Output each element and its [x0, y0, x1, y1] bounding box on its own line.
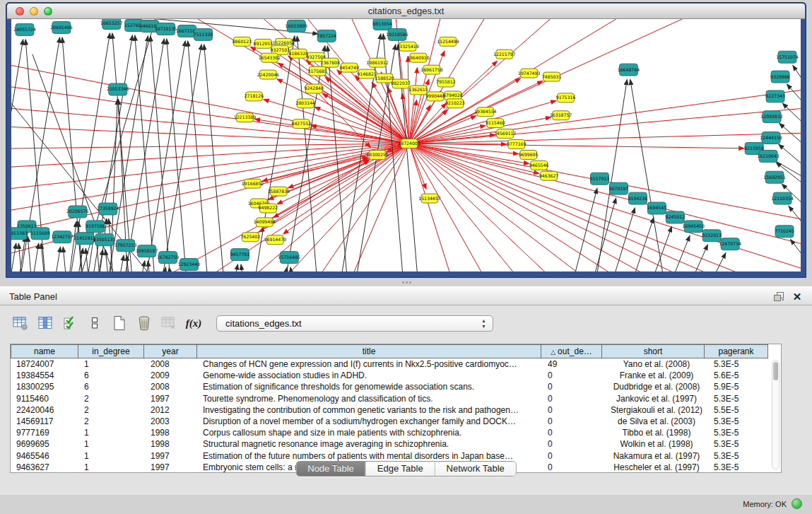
column-header-pagerank[interactable]: pagerank	[704, 344, 768, 358]
graph-edge	[90, 250, 103, 271]
graph-edge	[64, 221, 76, 271]
graph-node-label: 12110354	[771, 196, 793, 201]
graph-node-label: 8427552	[292, 121, 312, 126]
table-row[interactable]: 2242004622012Investigating the contribut…	[11, 404, 781, 416]
graph-node-label: 12213389	[234, 115, 256, 119]
graph-edge	[28, 236, 35, 271]
graph-node-label: 9227343	[765, 93, 785, 98]
graph-node-label: 9777169	[507, 141, 526, 146]
graph-edge	[151, 36, 175, 271]
graph-node-label: 9242848	[304, 86, 324, 90]
table-row[interactable]: 977716911998Corpus callosum shape and si…	[11, 427, 781, 438]
graph-edge	[277, 144, 409, 204]
graph-node-label: 12923448	[178, 262, 200, 267]
graph-node-label: 9245012	[666, 214, 686, 219]
graph-node-label: 19747493	[518, 71, 540, 76]
graph-node-label: 12093832	[760, 114, 782, 119]
graph-node-label: 9990448	[425, 93, 445, 98]
graph-node-label: 8186328	[289, 51, 309, 56]
table-row[interactable]: 1938455462009Genome-wide association stu…	[11, 370, 781, 381]
network-canvas[interactable]: 1872400718300295886012389129551522605893…	[11, 19, 801, 271]
graph-node-label: 8912955	[254, 41, 273, 46]
graph-node-label: 6794028	[443, 93, 463, 98]
graph-node-label: 16945450	[683, 223, 705, 228]
show-columns-icon[interactable]	[35, 313, 56, 333]
graph-edge	[409, 19, 759, 144]
graph-edge	[11, 144, 409, 195]
attribute-table: namein_degreeyeartitle△out_de…shortpager…	[10, 344, 782, 473]
table-settings-icon[interactable]	[10, 313, 31, 333]
graph-node-label: 7857224	[317, 33, 336, 38]
graph-edge	[409, 144, 744, 148]
table-toolbar: f(x) citations_edges.txt ▲▼	[10, 313, 493, 334]
graph-edge	[11, 243, 16, 271]
column-header-short[interactable]: short	[601, 344, 705, 358]
network-window-titlebar[interactable]: citations_edges.txt	[7, 4, 805, 19]
graph-edge	[112, 33, 136, 271]
graph-edge	[787, 84, 801, 108]
graph-node-label: 9457791	[230, 252, 250, 257]
panel-resize-grip[interactable]	[401, 280, 412, 284]
graph-node-label: 7625402	[241, 234, 261, 239]
tab-edge-table[interactable]: Edge Table	[365, 462, 435, 476]
graph-node-label: 20206576	[66, 209, 88, 214]
close-panel-icon[interactable]: ✕	[791, 291, 804, 303]
float-panel-icon[interactable]	[772, 291, 785, 303]
graph-node-label: 9465546	[529, 163, 549, 168]
table-vertical-scrollbar[interactable]	[772, 360, 779, 469]
graph-node-label: 19861912	[366, 60, 388, 65]
table-panel-body: f(x) citations_edges.txt ▲▼ namein_degre…	[0, 305, 812, 495]
graph-edge	[409, 144, 632, 271]
graph-node-label: 19384554	[474, 109, 496, 114]
column-header-in_degree[interactable]: in_degree	[78, 344, 144, 358]
graph-edge	[779, 123, 801, 148]
graph-node-label: 7955812	[436, 79, 456, 84]
graph-node-label: 12215797	[493, 52, 515, 57]
table-row[interactable]: 1456911722003Disruption of a novel membe…	[11, 416, 781, 427]
memory-status-label: Memory: OK	[743, 500, 787, 508]
graph-node-label: 16914479	[264, 237, 286, 242]
scrollbar-thumb[interactable]	[773, 362, 778, 380]
memory-status-indicator[interactable]	[792, 498, 802, 509]
delete-columns-icon[interactable]	[134, 313, 155, 333]
graph-node-label: 3913383	[11, 230, 28, 235]
graph-node-label: 16648784	[618, 67, 640, 72]
status-bar: Memory: OK	[0, 495, 812, 514]
graph-node-label: 2718126	[245, 93, 264, 98]
column-header-title[interactable]: title	[196, 344, 541, 358]
graph-node-label: 8215958	[744, 146, 764, 151]
graph-edge	[409, 144, 463, 271]
table-row[interactable]: 1830029562008Estimation of significance …	[11, 381, 781, 392]
column-header-out_de[interactable]: △out_de…	[541, 344, 602, 358]
tab-network-table[interactable]: Network Table	[435, 462, 516, 476]
graph-node-label: 8813054	[372, 21, 392, 26]
column-header-name[interactable]: name	[11, 344, 78, 358]
graph-edge	[112, 255, 124, 271]
table-row[interactable]: 946554611997Estimation of the future num…	[11, 450, 781, 462]
graph-edge	[779, 144, 801, 170]
graph-node-label: 2367608	[320, 60, 340, 65]
table-panel: Table Panel ✕	[0, 286, 812, 495]
table-panel-header: Table Panel ✕	[0, 286, 812, 305]
table-selector-dropdown[interactable]: citations_edges.txt ▲▼	[216, 315, 493, 332]
graph-edge	[41, 243, 49, 271]
graph-edge	[48, 247, 61, 271]
graph-node-label: 16961758	[420, 67, 442, 72]
select-rows-icon[interactable]	[59, 313, 81, 333]
graph-node-label: 16543382	[259, 55, 281, 60]
graph-node-label: 9157913	[590, 176, 610, 181]
graph-edge	[409, 144, 590, 271]
graph-node-label: 14099484	[254, 219, 276, 224]
function-builder-icon[interactable]: f(x)	[183, 313, 204, 333]
graph-node-label: 3175685	[307, 69, 327, 74]
table-row[interactable]: 969969511998Structural magnetic resonanc…	[11, 438, 781, 450]
table-row[interactable]: 1872400712008Changes of HCN gene express…	[11, 358, 781, 370]
column-header-year[interactable]: year	[143, 344, 197, 358]
table-mode-icon[interactable]	[84, 313, 105, 333]
create-column-icon[interactable]	[109, 313, 130, 333]
graph-edge	[204, 45, 228, 271]
graph-node-label: 16318757	[550, 112, 572, 117]
tab-node-table[interactable]: Node Table	[296, 462, 365, 476]
graph-node-label: 22420046	[257, 72, 279, 77]
table-row[interactable]: 911546021997Tourette syndrome. Phenomeno…	[11, 393, 781, 404]
